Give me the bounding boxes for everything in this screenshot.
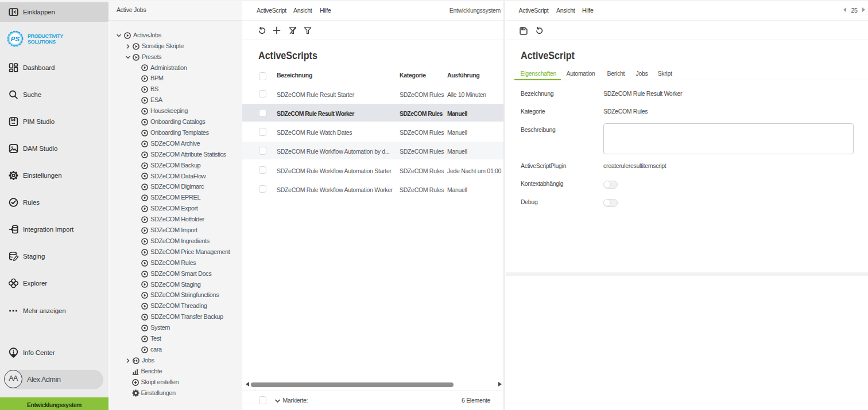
svg-text:SOLUTIONS: SOLUTIONS <box>28 38 56 45</box>
svg-text:PS: PS <box>11 36 20 42</box>
